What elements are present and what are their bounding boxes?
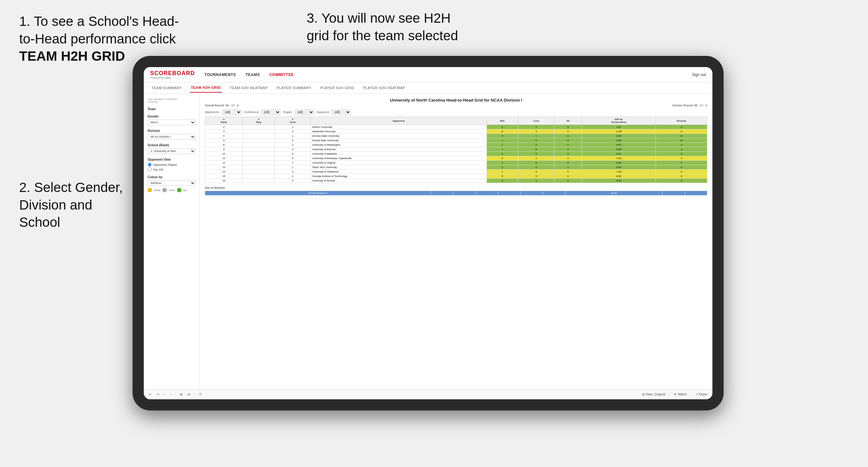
td-win: 1 [487, 147, 518, 152]
tab-team-h2h-heatmap[interactable]: TEAM H2H HEATMAP [228, 83, 269, 92]
td-reg [243, 143, 275, 147]
td-rounds: 2 [656, 147, 707, 152]
col-rounds: Rounds [656, 117, 707, 125]
td-win: 0 [487, 156, 518, 161]
filter-region[interactable]: (All) [295, 110, 314, 115]
td-reg [243, 138, 275, 143]
td-tie: 0 [555, 156, 582, 161]
filter-opponents[interactable]: (All) [222, 110, 242, 115]
school-label: School (Rank) [148, 144, 195, 147]
sign-out-link[interactable]: Sign out [692, 72, 706, 77]
grid-title: University of North Carolina Head-to-Hea… [205, 98, 707, 102]
td-loss: 1 [518, 179, 555, 183]
td-diff: 1.83 [582, 138, 656, 143]
paste-button[interactable]: ⊟ [186, 392, 191, 397]
td-diff: 9.00 [582, 147, 656, 152]
td-tie: 0 [555, 134, 582, 138]
td-conf: 1 [275, 125, 311, 129]
td-opponent: University of Florida [311, 179, 487, 183]
share-button[interactable]: ↗ Share [694, 392, 709, 397]
td-diff: 2.33 [582, 161, 656, 165]
td-opponent: Georgia Institute of Technology [311, 174, 487, 179]
td-win: 1 [487, 138, 518, 143]
col-conf: #Conf [275, 117, 311, 125]
td-loss: 1 [518, 156, 555, 161]
td-win: 1 [487, 161, 518, 165]
td-conf: 7 [275, 161, 311, 165]
nav-committee[interactable]: COMMITTEE [269, 71, 294, 78]
tab-player-summary[interactable]: PLAYER SUMMARY [275, 83, 313, 92]
td-conf: 1 [275, 134, 311, 138]
td-conf: 2 [275, 169, 311, 174]
sub-nav: TEAM SUMMARY TEAM H2H GRID TEAM H2H HEAT… [144, 83, 712, 94]
td-diff: 4.50 [582, 174, 656, 179]
td-rounds: 9 [656, 165, 707, 169]
team-label: Team [148, 107, 195, 111]
td-loss: 4 [518, 129, 555, 134]
td-opponent: University of Arkansas, Fayetteville [311, 156, 487, 161]
tab-team-h2h-grid[interactable]: TEAM H2H GRID [190, 83, 222, 93]
nav-teams[interactable]: TEAMS [246, 71, 260, 78]
td-rank: 10 [205, 152, 243, 156]
td-reg [243, 174, 275, 179]
td-loss: 0 [518, 138, 555, 143]
td-rounds: 9 [656, 169, 707, 174]
swatch-level-label: Level [169, 189, 175, 192]
school-select[interactable]: 1. University of Nort... [148, 148, 195, 154]
colour-by-select[interactable]: Win/loss [148, 180, 195, 186]
copy-button[interactable]: ⊞ [179, 392, 184, 397]
annotation-3: 3. You will now see H2H grid for the tea… [307, 9, 505, 44]
division-record: Division Record: 88 - 17 - 0 [673, 104, 707, 107]
td-rank: 14 [205, 169, 243, 174]
swatch-up [177, 188, 182, 192]
td-opponent: Arizona State University [311, 134, 487, 138]
swatch-down [148, 188, 152, 192]
td-win: 1 [487, 143, 518, 147]
radio2-label: Top 100 [153, 168, 163, 171]
annotation-2-line2: Division and [19, 197, 92, 212]
td-conf: 2 [275, 143, 311, 147]
td-tie: 0 [555, 161, 582, 165]
app-header: SCOREBOARD Powered by clippd TOURNAMENTS… [144, 67, 712, 83]
td-rank: 3 [205, 129, 243, 134]
tab-team-summary[interactable]: TEAM SUMMARY [150, 83, 183, 92]
td-rank: 16 [205, 179, 243, 183]
nav-tournaments[interactable]: TOURNAMENTS [205, 71, 236, 78]
undo-button[interactable]: ↩ [148, 392, 153, 397]
view-original-button[interactable]: ⊞ View: Original [641, 392, 666, 397]
td-rounds: 9 [656, 174, 707, 179]
radio-group: Opponents Played Top 100 [148, 163, 195, 172]
tab-player-h2h-heatmap[interactable]: PLAYER H2H HEATMAP [362, 83, 406, 92]
filter-opponent[interactable]: (All) [332, 110, 351, 115]
clock-button[interactable]: ⏱ [197, 392, 203, 397]
td-loss: 2 [518, 169, 555, 174]
colour-by-section: Colour by Win/loss Down Level Up [148, 175, 195, 192]
col-tie: Tie [555, 117, 582, 125]
annotation-1-line1: 1. To see a School's Head- [19, 14, 179, 29]
td-rank: 6 [205, 138, 243, 143]
toolbar-view: ⊞ View: Original | 👁 Watch | ↗ Share [641, 392, 709, 397]
division-select[interactable]: NCAA Division I [148, 134, 195, 139]
td-win: 2 [487, 125, 518, 129]
tab-player-h2h-grid[interactable]: PLAYER H2H GRID [319, 83, 355, 92]
td-loss: 0 [518, 143, 555, 147]
main-content: Last Updated: 27/03/2024 16:55:38 Team G… [144, 94, 712, 389]
watch-button[interactable]: 👁 Watch [673, 392, 688, 397]
filter-conference[interactable]: (All) [261, 110, 280, 115]
redo-button[interactable]: ↪ [155, 392, 160, 397]
td-opponent: University of Oklahoma [311, 169, 487, 174]
radio-opponents-played[interactable]: Opponents Played [148, 163, 195, 167]
col-opponent: Opponent [311, 117, 487, 125]
out-label: NCAA Division II [205, 191, 431, 195]
td-tie: 0 [555, 143, 582, 147]
radio-top100[interactable]: Top 100 [148, 167, 195, 172]
td-conf: 6 [275, 156, 311, 161]
filter-opponent-label: Opponent [317, 111, 329, 114]
forward-button[interactable]: › [169, 392, 173, 397]
gender-select[interactable]: Men's [148, 120, 195, 125]
radio1-label: Opponents Played [153, 163, 177, 166]
td-rounds: 3 [656, 143, 707, 147]
td-conf: 2 [275, 138, 311, 143]
gender-section: Gender Men's [148, 115, 195, 125]
back-button[interactable]: ‹ [163, 392, 166, 397]
